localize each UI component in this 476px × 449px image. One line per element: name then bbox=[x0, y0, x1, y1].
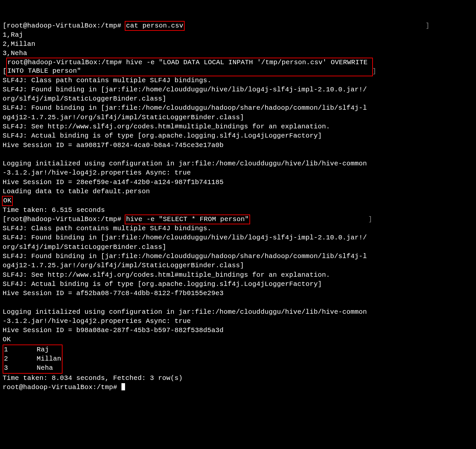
log-line: SLF4J: Found binding in [jar:file:/home/… bbox=[3, 234, 367, 241]
log-line: Loading data to table default.person bbox=[3, 188, 150, 195]
time-taken-line: Time taken: 8.034 seconds, Fetched: 3 ro… bbox=[3, 374, 183, 382]
log-line: Logging initialized using configuration … bbox=[3, 160, 367, 167]
session-id-line: Hive Session ID = af52ba08-77c8-4dbb-812… bbox=[3, 290, 224, 297]
log-line: SLF4J: Found binding in [jar:file:/home/… bbox=[3, 104, 367, 112]
log-line: -3.1.2.jar!/hive-log4j2.properties Async… bbox=[3, 317, 191, 325]
log-line: SLF4J: Actual binding is of type [org.ap… bbox=[3, 132, 322, 140]
prompt-bracket-open: [ bbox=[3, 215, 7, 223]
session-id-line: Hive Session ID = 28eef59e-a14f-42b0-a12… bbox=[3, 178, 224, 186]
log-line: SLF4J: Class path contains multiple SLF4… bbox=[3, 77, 211, 84]
csv-output-line: 1,Raj bbox=[3, 31, 23, 39]
query-result-block: 1 Raj 2 Millan 3 Neha bbox=[3, 345, 63, 374]
log-line: SLF4J: See http://www.slf4j.org/codes.ht… bbox=[3, 271, 330, 279]
result-row: 2 Millan bbox=[4, 355, 61, 363]
session-id-line: Hive Session ID = b98a08ae-287f-45b3-b59… bbox=[3, 327, 224, 334]
prompt-bracket-close: ] bbox=[372, 67, 376, 75]
cursor-icon bbox=[121, 383, 125, 390]
log-line: SLF4J: Actual binding is of type [org.ap… bbox=[3, 280, 322, 288]
log-line: -3.1.2.jar!/hive-log4j2.properties Async… bbox=[3, 169, 191, 177]
log-line: SLF4J: Found binding in [jar:file:/home/… bbox=[3, 253, 367, 260]
prompt-path: :/tmp# bbox=[97, 22, 126, 29]
log-line: SLF4J: Class path contains multiple SLF4… bbox=[3, 225, 211, 232]
prompt-user-host: root@hadoop-VirtualBox bbox=[7, 22, 97, 29]
log-line: SLF4J: Found binding in [jar:file:/home/… bbox=[3, 86, 367, 93]
log-line: og4j12-1.7.25.jar!/org/slf4j/impl/Static… bbox=[3, 114, 244, 121]
log-line: org/slf4j/impl/StaticLoggerBinder.class] bbox=[3, 243, 166, 251]
log-line: Logging initialized using configuration … bbox=[3, 308, 367, 316]
terminal-output[interactable]: [root@hadoop-VirtualBox:/tmp# cat person… bbox=[3, 21, 473, 392]
command-hive-load: root@hadoop-VirtualBox:/tmp# hive -e "LO… bbox=[6, 58, 373, 76]
log-line: og4j12-1.7.25.jar!/org/slf4j/impl/Static… bbox=[3, 262, 244, 269]
command-hive-select: hive -e "SELECT * FROM person" bbox=[125, 215, 250, 225]
log-line: SLF4J: See http://www.slf4j.org/codes.ht… bbox=[3, 123, 330, 130]
csv-output-line: 3,Neha bbox=[3, 49, 27, 57]
prompt-bracket-close: ] bbox=[426, 22, 430, 29]
prompt-path: :/tmp# bbox=[97, 215, 126, 223]
csv-output-line: 2,Millan bbox=[3, 40, 35, 48]
ok-status: OK bbox=[2, 196, 13, 206]
result-row: 3 Neha bbox=[4, 364, 61, 372]
prompt-current[interactable]: root@hadoop-VirtualBox:/tmp# bbox=[3, 384, 121, 391]
command-cat: cat person.csv bbox=[125, 21, 185, 31]
prompt-bracket-open: [ bbox=[3, 22, 7, 29]
log-line: org/slf4j/impl/StaticLoggerBinder.class] bbox=[3, 95, 166, 103]
ok-status: OK bbox=[3, 336, 11, 343]
result-row: 1 Raj bbox=[4, 346, 61, 353]
prompt-bracket-close: ] bbox=[368, 215, 373, 223]
prompt-user-host: root@hadoop-VirtualBox bbox=[7, 215, 97, 223]
time-taken-line: Time taken: 6.515 seconds bbox=[3, 206, 105, 214]
session-id-line: Hive Session ID = aa90817f-0824-4ca0-b8a… bbox=[3, 141, 224, 149]
